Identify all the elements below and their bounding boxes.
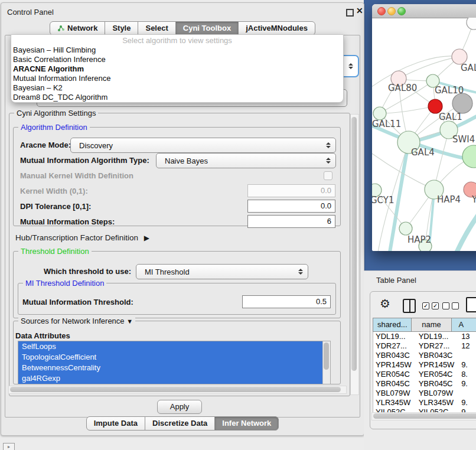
algorithm-option-selected[interactable]: ARACNE Algorithm xyxy=(13,64,338,74)
table-cell: YBR045C xyxy=(373,379,415,389)
kernel-width-input[interactable]: 0.0 xyxy=(247,184,335,197)
table-hscrollbar-thumb[interactable] xyxy=(373,413,476,419)
which-threshold-combobox[interactable]: MI Threshold xyxy=(136,264,308,279)
table-header-row: shared... name A xyxy=(373,318,476,332)
tab-discretize-data[interactable]: Discretize Data xyxy=(145,416,215,431)
tab-cyni-toolbox[interactable]: Cyni Toolbox xyxy=(175,21,239,35)
hide-columns-icon[interactable] xyxy=(442,302,459,309)
table-hscrollbar[interactable] xyxy=(371,412,476,420)
tab-jactivemnodules[interactable]: jActiveMNodules xyxy=(238,21,315,35)
tab-label: Style xyxy=(112,24,131,32)
mi-type-combobox[interactable]: Naive Bayes xyxy=(156,153,336,168)
mi-threshold-input[interactable]: 0.5 xyxy=(242,295,331,308)
network-node[interactable] xyxy=(373,107,386,120)
settings-hscrollbar-thumb[interactable] xyxy=(10,387,341,392)
table-cell: 9. xyxy=(459,398,476,407)
document-icon[interactable] xyxy=(466,297,476,312)
node-label: GAL xyxy=(461,63,476,73)
list-scrollbar-thumb[interactable] xyxy=(324,343,329,370)
tab-impute-data[interactable]: Impute Data xyxy=(86,416,145,431)
column-header-shared-name[interactable]: shared... xyxy=(373,318,412,332)
screen: Control Panel ✕ Network Style xyxy=(0,0,476,450)
table-row[interactable]: YPR145W YPR145W 9. xyxy=(373,360,476,370)
network-view-window: GAL GAL80 GAL10 GAL11 GAL1 SWI4 GAL4 GCY… xyxy=(372,4,476,251)
column-pane-icon[interactable] xyxy=(403,299,416,313)
tab-infer-network[interactable]: Infer Network xyxy=(214,416,279,431)
algorithm-option[interactable]: Mutual Information Inference xyxy=(13,74,338,83)
node-label: HAP2 xyxy=(407,234,431,245)
mini-panel-icon[interactable]: ▸ xyxy=(3,443,15,450)
expanded-arrow-icon[interactable]: ▼ xyxy=(126,318,133,325)
list-item[interactable]: SelfLoops xyxy=(18,341,330,352)
list-item[interactable]: TopologicalCoefficient xyxy=(18,352,330,363)
network-node[interactable] xyxy=(452,93,472,113)
dpi-tolerance-input[interactable]: 0.0 xyxy=(247,200,335,213)
algorithm-option[interactable]: Bayesian – K2 xyxy=(13,83,338,93)
algorithm-option[interactable]: Dream8 DC_TDC Algorithm xyxy=(13,93,338,102)
show-columns-icon[interactable]: ✓ ✓ xyxy=(422,302,439,309)
settings-hscrollbar[interactable] xyxy=(8,386,347,394)
tab-label: Network xyxy=(67,24,97,32)
mi-steps-input[interactable]: 6 xyxy=(247,215,335,228)
table-cell: YDL19... xyxy=(373,332,415,341)
table-panel-title: Table Panel xyxy=(376,276,416,285)
table-row[interactable]: YER054C YER054C 8. xyxy=(373,370,476,379)
minimize-traffic-light-icon[interactable] xyxy=(387,7,396,15)
network-node[interactable] xyxy=(467,18,476,30)
table-cell xyxy=(459,389,476,398)
algorithm-option[interactable]: Basic Correlation Inference xyxy=(13,55,338,64)
table-row[interactable]: YBR043C YBR043C xyxy=(373,351,476,360)
table-cell: YDR27... xyxy=(415,341,459,351)
list-item[interactable]: gal4RGexp xyxy=(18,373,330,384)
table-panel-container: ⚙ ✓ ✓ shared... name A YDL19... xyxy=(370,291,476,429)
table-cell: YLR345W xyxy=(415,398,459,407)
float-window-icon[interactable] xyxy=(346,9,354,17)
table-cell: 9. xyxy=(459,379,476,389)
table-row[interactable]: YDR27... YDR27... 12 xyxy=(373,341,476,351)
node-label: GAL10 xyxy=(435,85,464,96)
tab-network[interactable]: Network xyxy=(50,21,105,35)
table-row[interactable]: YBR045C YBR045C 9. xyxy=(373,379,476,389)
algorithm-option[interactable]: Bayesian – Hill Climbing xyxy=(13,45,338,55)
tab-label: jActiveMNodules xyxy=(246,24,308,32)
column-header[interactable]: A xyxy=(451,318,476,332)
table-cell: YPR145W xyxy=(415,360,459,370)
node-label: GAL1 xyxy=(439,112,462,122)
table-row[interactable]: YLR345W YLR345W 9. xyxy=(373,398,476,407)
aracne-mode-value: Discovery xyxy=(79,141,113,150)
manual-kernel-label: Manual Kernel Width Definition xyxy=(20,171,133,180)
combo-arrows-icon xyxy=(298,269,303,275)
close-traffic-light-icon[interactable] xyxy=(377,7,386,15)
node-label: GAL11 xyxy=(372,119,401,129)
data-attributes-label: Data Attributes xyxy=(15,331,70,340)
mi-threshold-label: Mutual Information Threshold: xyxy=(22,298,133,306)
close-icon[interactable]: ✕ xyxy=(356,6,363,15)
network-window-titlebar[interactable] xyxy=(372,4,476,18)
list-item[interactable]: BetweennessCentrality xyxy=(18,363,330,373)
network-canvas[interactable]: GAL GAL80 GAL10 GAL11 GAL1 SWI4 GAL4 GCY… xyxy=(372,18,476,251)
checked-checkbox-icon: ✓ xyxy=(432,302,439,309)
gear-icon[interactable]: ⚙ xyxy=(380,296,390,311)
data-attributes-list[interactable]: SelfLoops TopologicalCoefficient Between… xyxy=(18,341,331,384)
settings-scrollbar[interactable] xyxy=(350,114,359,395)
network-node[interactable] xyxy=(462,145,476,168)
control-panel-tabbar: Network Style Select Cyni Toolbox jActiv… xyxy=(1,21,364,35)
settings-scrollbar-thumb[interactable] xyxy=(351,117,357,371)
aracne-mode-combobox[interactable]: Discovery xyxy=(70,138,336,153)
mi-type-label: Mutual Information Algorithm Type: xyxy=(20,156,149,165)
table-row[interactable]: YDL19... YDL19... 13 xyxy=(373,332,476,341)
tab-style[interactable]: Style xyxy=(105,21,138,35)
table-cell: YDR27... xyxy=(373,341,415,351)
table-cell: YBR043C xyxy=(415,351,459,360)
network-node[interactable] xyxy=(399,222,412,235)
apply-button[interactable]: Apply xyxy=(157,400,202,414)
table-row[interactable]: YBL079W YBL079W xyxy=(373,389,476,398)
list-scrollbar[interactable] xyxy=(322,341,330,384)
hub-section-toggle[interactable]: Hub/Transcription Factor Definition ▶ xyxy=(15,233,149,242)
tab-label: Impute Data xyxy=(94,419,138,428)
tab-select[interactable]: Select xyxy=(138,21,175,35)
manual-kernel-checkbox[interactable] xyxy=(324,171,332,180)
zoom-traffic-light-icon[interactable] xyxy=(397,7,406,15)
combo-arrows-icon xyxy=(326,142,331,148)
column-header-name[interactable]: name xyxy=(411,318,451,332)
